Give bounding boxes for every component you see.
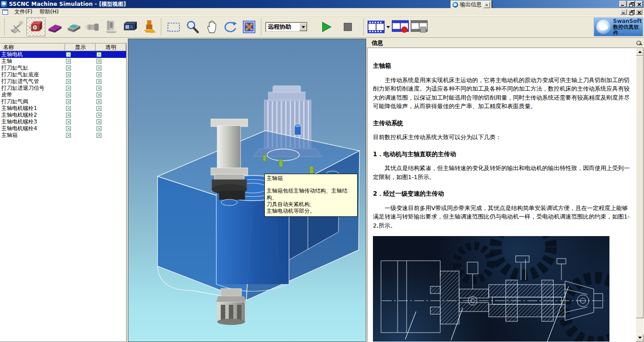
fit-view-icon[interactable] xyxy=(240,18,258,36)
menu-item-1[interactable]: 帮助(H) xyxy=(36,8,62,16)
transparent-checkbox[interactable] xyxy=(96,72,101,77)
bed-part-icon[interactable] xyxy=(45,18,64,36)
show-checkbox[interactable] xyxy=(66,126,71,131)
transparent-checkbox[interactable] xyxy=(96,52,101,57)
show-checkbox[interactable] xyxy=(66,106,71,111)
info-paragraph: 主传动系统是用来实现机床主运动的，它将主电动机的原动力变成可供主轴上刀具切削加工… xyxy=(373,76,630,111)
dropdown-arrow-icon[interactable] xyxy=(299,23,307,31)
transparent-checkbox[interactable] xyxy=(96,119,101,124)
close-button[interactable] xyxy=(635,1,643,7)
table-row[interactable]: 打刀缸气缸 xyxy=(0,65,126,71)
transparent-checkbox[interactable] xyxy=(96,113,101,118)
column-icon[interactable] xyxy=(102,18,121,36)
table-row[interactable]: 主轴电机螺栓1 xyxy=(0,105,126,112)
scroll-down-icon[interactable] xyxy=(636,334,644,342)
remote-assist-dropdown[interactable]: 远程协助 xyxy=(265,22,308,32)
table-row[interactable]: 打刀缸进退刀信号 xyxy=(0,85,126,92)
play-icon[interactable] xyxy=(317,18,336,36)
info-scrollbar[interactable] xyxy=(636,48,644,342)
show-checkbox[interactable] xyxy=(66,66,71,70)
transparent-checkbox-cell xyxy=(96,133,126,138)
swansoft-logo: SwanSoft 数控仿真软件 xyxy=(594,18,643,36)
show-checkbox-cell xyxy=(65,119,96,124)
rotate-icon[interactable] xyxy=(221,18,240,36)
stop-icon[interactable] xyxy=(338,18,357,36)
transparent-checkbox[interactable] xyxy=(96,133,101,138)
film-stop-icon[interactable] xyxy=(410,18,429,36)
transparent-checkbox[interactable] xyxy=(96,99,101,104)
show-checkbox[interactable] xyxy=(66,79,71,84)
column-header-transparent[interactable]: 透明 xyxy=(96,44,126,51)
shaft-axes-icon[interactable] xyxy=(8,18,26,36)
output-panel-close-button[interactable] xyxy=(483,2,490,8)
cnc-machine-icon[interactable] xyxy=(121,18,140,36)
tool-post-icon[interactable] xyxy=(140,18,158,36)
show-checkbox-cell xyxy=(65,79,96,84)
saddle-icon[interactable] xyxy=(64,18,83,36)
child-window-controls xyxy=(620,9,642,15)
minimize-button[interactable] xyxy=(619,1,626,7)
logo-subtitle: 数控仿真软件 xyxy=(613,24,643,36)
film-record-icon[interactable] xyxy=(391,18,410,36)
parts-table: 名称 显示 透明 主轴电机主轴打刀缸气缸打刀缸气缸底座打刀缸进气气管打刀缸进退刀… xyxy=(0,44,126,139)
info-panel: 信息 主轴箱 主传动系统是用来实现机床主运动的，它将主电动机的原动力变成可供主轴… xyxy=(367,39,644,342)
table-row[interactable]: 主轴电机螺栓2 xyxy=(0,112,126,118)
transparent-checkbox-cell xyxy=(96,92,126,97)
transparent-checkbox[interactable] xyxy=(96,66,101,70)
column-header-show[interactable]: 显示 xyxy=(65,44,96,51)
select-rect-icon[interactable] xyxy=(164,18,183,36)
zoom-icon[interactable] xyxy=(183,18,202,36)
column-header-name[interactable]: 名称 xyxy=(0,44,65,51)
table-row[interactable]: 主轴电机螺栓4 xyxy=(0,125,126,132)
table-row[interactable]: 打刀缸气阀 xyxy=(0,98,126,105)
show-checkbox[interactable] xyxy=(66,72,71,77)
transparent-checkbox-cell xyxy=(96,86,126,91)
show-checkbox[interactable] xyxy=(66,86,71,91)
toolbar-grip[interactable] xyxy=(363,18,365,35)
child-close-button[interactable] xyxy=(635,9,642,15)
transparent-checkbox[interactable] xyxy=(96,86,101,91)
child-restore-button[interactable] xyxy=(628,9,635,15)
transparent-checkbox[interactable] xyxy=(96,79,101,84)
pan-hand-icon[interactable] xyxy=(202,18,221,36)
info-heading: 主传动系统 xyxy=(373,119,630,128)
show-checkbox[interactable] xyxy=(66,52,71,57)
table-row[interactable]: 主轴电机 xyxy=(0,51,126,58)
table-row[interactable]: 打刀缸进气气管 xyxy=(0,78,126,85)
film-icon[interactable] xyxy=(367,18,386,36)
toolbar-grip[interactable] xyxy=(260,18,263,35)
spindle-box-icon[interactable] xyxy=(26,18,45,36)
transparent-checkbox[interactable] xyxy=(96,59,101,64)
transparent-checkbox-cell xyxy=(96,52,126,57)
show-checkbox[interactable] xyxy=(66,133,71,138)
model-viewport[interactable]: 主轴箱 主轴箱包括主轴传动结构、主轴结构、 刀具自动夹紧机构、 主轴电动机等部分… xyxy=(128,39,366,342)
table-row[interactable]: 主轴电机螺栓3 xyxy=(0,118,126,125)
output-panel-title: 输出信息 xyxy=(460,1,482,9)
menu-item-0[interactable]: 文件(F) xyxy=(11,8,36,16)
transparent-checkbox[interactable] xyxy=(96,126,101,131)
toolbar-grip[interactable] xyxy=(160,18,162,35)
film-dropdown-icon[interactable] xyxy=(386,18,391,36)
table-row[interactable]: 皮带 xyxy=(0,92,126,98)
show-checkbox[interactable] xyxy=(66,59,71,64)
restore-button[interactable] xyxy=(627,1,635,7)
table-row[interactable]: 主轴箱 xyxy=(0,132,126,139)
spindle-unit-icon[interactable] xyxy=(83,18,102,36)
transparent-checkbox[interactable] xyxy=(96,106,101,111)
table-row[interactable]: 打刀缸气缸底座 xyxy=(0,71,126,78)
show-checkbox[interactable] xyxy=(66,99,71,104)
toolbar-grip[interactable] xyxy=(4,18,6,35)
show-checkbox[interactable] xyxy=(66,92,71,97)
info-heading: 1．电动机与主轴直联的主传动 xyxy=(373,150,630,159)
child-minimize-button[interactable] xyxy=(620,9,627,15)
child-window-icon[interactable] xyxy=(2,9,8,15)
pushpin-icon[interactable] xyxy=(636,40,642,46)
scrollbar-thumb[interactable] xyxy=(636,56,644,318)
window-title: SSCNC Machine Simulation - [模型视图] xyxy=(9,0,126,8)
show-checkbox[interactable] xyxy=(66,119,71,124)
transparent-checkbox[interactable] xyxy=(96,92,101,97)
table-row[interactable]: 主轴 xyxy=(0,58,126,65)
show-checkbox[interactable] xyxy=(66,113,71,118)
parts-panel: 名称 显示 透明 主轴电机主轴打刀缸气缸打刀缸气缸底座打刀缸进气气管打刀缸进退刀… xyxy=(0,43,127,342)
scroll-up-icon[interactable] xyxy=(636,48,644,56)
